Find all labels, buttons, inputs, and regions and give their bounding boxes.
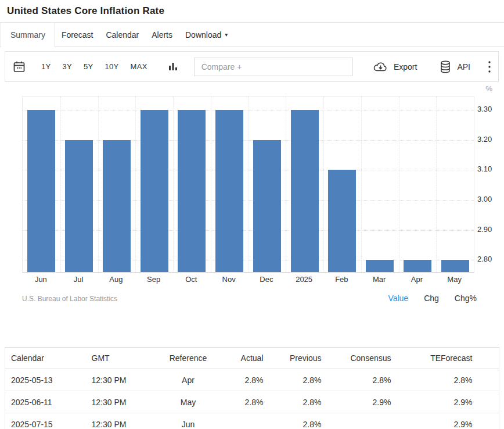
export-button[interactable]: Export [373,60,417,73]
column-header-gmt: GMT [91,348,158,369]
table-row: 2025-05-1312:30 PMApr2.8%2.8%2.8%2.8% [5,369,499,391]
kebab-menu-icon[interactable] [488,60,491,73]
x-axis-label: May [436,275,473,284]
column-header-teforecast: TEForecast [396,348,477,369]
page-title: United States Core Inflation Rate [7,5,164,17]
api-button[interactable]: API [439,60,470,74]
column-header-previous: Previous [268,348,326,369]
tab-label: Forecast [62,30,93,40]
y-axis-label: 3.00 [477,195,502,204]
x-axis-label: 2025 [286,275,323,284]
x-axis-label: Apr [398,275,435,284]
table-header-row: CalendarGMTReferenceActualPreviousConsen… [5,348,499,369]
cell-teforecast: 2.8% [396,369,477,391]
bar-chart-type-icon[interactable] [167,61,179,73]
gridline [286,96,286,272]
x-axis-label: Feb [323,275,360,284]
active-tab-cover [1,46,55,47]
tab-bar: SummaryForecastCalendarAlertsDownload▾ [0,23,504,47]
tab-alerts[interactable]: Alerts [145,23,179,47]
table-row: 2025-07-1512:30 PMJun2.8%2.9% [5,413,499,429]
range-5y[interactable]: 5Y [84,62,93,71]
tab-label: Download [185,30,221,40]
y-axis-label: 3.10 [477,165,502,174]
range-10y[interactable]: 10Y [105,62,119,71]
cell-spacer [477,413,499,429]
cell-actual: 2.8% [219,391,268,413]
series-link-chg[interactable]: Chg [424,294,439,303]
x-axis-label: Dec [248,275,285,284]
cell-consensus: 2.8% [326,369,396,391]
tab-label: Summary [10,30,45,40]
cell-actual [219,413,268,429]
x-axis-label: Aug [98,275,135,284]
bar-aug[interactable] [103,140,131,272]
chart-source: U.S. Bureau of Labor Statistics [22,295,117,303]
calendar-icon[interactable] [12,60,26,74]
range-max[interactable]: MAX [131,62,147,71]
tab-label: Calendar [106,30,139,40]
gridline [436,96,437,272]
y-axis-label: 2.90 [477,225,502,234]
api-label: API [457,62,470,72]
bar-feb[interactable] [328,170,356,272]
bar-sep[interactable] [141,110,168,272]
gridline [60,96,61,272]
bar-may[interactable] [441,260,469,272]
gridline [249,96,249,272]
cell-gmt: 12:30 PM [91,391,158,413]
x-axis-label: Jul [60,275,97,284]
compare-input[interactable] [194,58,353,76]
x-axis-label: Mar [361,275,398,284]
y-axis-label: 3.20 [477,135,502,144]
column-header-actual: Actual [219,348,268,369]
cell-calendar: 2025-05-13 [5,369,91,391]
plot-area [22,96,474,273]
cell-spacer [477,369,499,391]
cell-consensus: 2.9% [326,391,396,413]
column-header-reference: Reference [158,348,219,369]
bar-mar[interactable] [366,260,394,272]
cell-reference: May [158,391,219,413]
gridline [173,96,174,272]
x-axis-label: Jun [22,275,59,284]
y-axis-label: 3.30 [477,105,502,114]
database-icon [439,60,452,74]
chart-toolbar: 1Y3Y5Y10YMAX Export API [5,51,499,82]
bar-2025[interactable] [291,110,319,272]
column-header-consensus: Consensus [326,348,396,369]
chart-area: % U.S. Bureau of Labor Statistics ValueC… [5,82,499,318]
y-axis-label: 2.80 [477,255,502,264]
series-link-chg-[interactable]: Chg% [455,294,477,303]
cell-gmt: 12:30 PM [91,413,158,429]
tab-forecast[interactable]: Forecast [55,23,99,47]
bar-oct[interactable] [178,110,206,272]
gridline [323,96,324,272]
gridline [361,96,362,272]
cell-consensus [326,413,396,429]
cell-calendar: 2025-06-11 [5,391,91,413]
export-label: Export [394,62,417,72]
tab-download[interactable]: Download▾ [179,23,234,47]
bar-apr[interactable] [404,260,431,272]
bar-jun[interactable] [27,110,55,272]
gridline [135,96,136,272]
cell-teforecast: 2.9% [396,413,477,429]
series-link-value[interactable]: Value [388,294,408,303]
column-header-spacer [477,348,499,369]
cell-reference: Apr [158,369,219,391]
tab-calendar[interactable]: Calendar [99,23,145,47]
tab-summary[interactable]: Summary [1,23,55,47]
range-1y[interactable]: 1Y [41,62,51,71]
gridline [211,96,211,272]
page-header: United States Core Inflation Rate [0,0,504,23]
cell-gmt: 12:30 PM [91,369,158,391]
calendar-table: CalendarGMTReferenceActualPreviousConsen… [5,347,499,429]
cell-previous: 2.8% [268,413,326,429]
cell-calendar: 2025-07-15 [5,413,91,429]
range-3y[interactable]: 3Y [63,62,73,71]
bar-jul[interactable] [65,140,93,272]
cell-reference: Jun [158,413,219,429]
bar-nov[interactable] [215,110,243,272]
bar-dec[interactable] [253,140,281,272]
